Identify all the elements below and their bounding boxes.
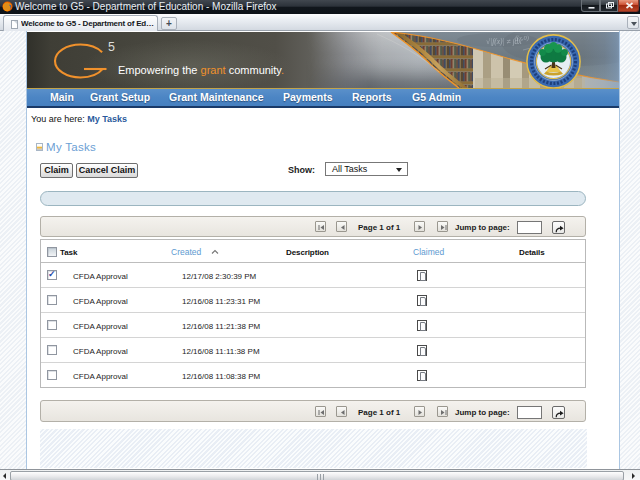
- svg-text:Empowering the grant community: Empowering the grant community.: [118, 64, 284, 76]
- svg-text:5: 5: [108, 40, 115, 54]
- svg-text:f(x,0): f(x,0): [515, 34, 529, 42]
